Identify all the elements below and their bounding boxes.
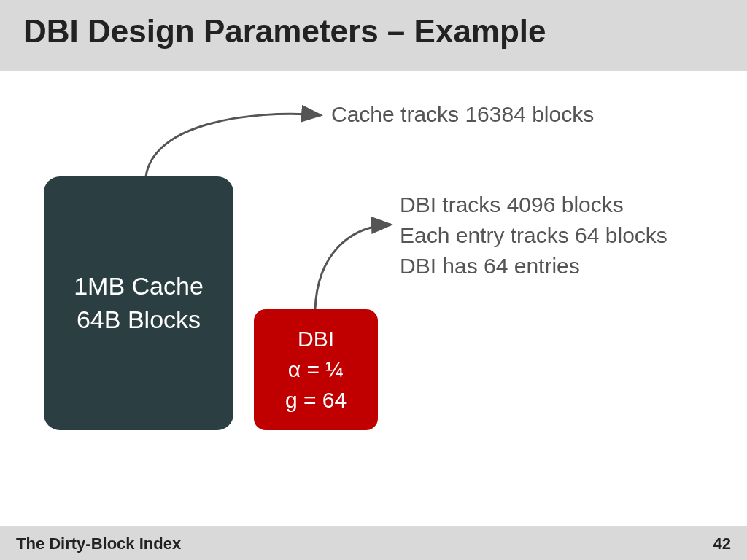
page-number: 42: [713, 534, 731, 553]
cache-line-1: 1MB Cache: [44, 270, 233, 303]
cache-box: 1MB Cache 64B Blocks: [44, 176, 233, 430]
arrow-cache-to-annotation: [146, 114, 321, 176]
footer-title: The Dirty-Block Index: [16, 534, 181, 553]
annotation-entry-tracks: Each entry tracks 64 blocks: [400, 220, 667, 251]
slide: DBI Design Parameters – Example Cache tr…: [0, 0, 747, 560]
cache-line-2: 64B Blocks: [44, 303, 233, 337]
annotation-cache-tracks: Cache tracks 16384 blocks: [331, 102, 594, 127]
footer-bar: The Dirty-Block Index 42: [0, 526, 747, 560]
title-bar: DBI Design Parameters – Example: [0, 0, 747, 71]
dbi-line-2: α = ¼: [254, 354, 378, 385]
dbi-line-3: g = 64: [254, 385, 378, 416]
annotation-dbi-block: DBI tracks 4096 blocks Each entry tracks…: [400, 190, 667, 281]
dbi-box: DBI α = ¼ g = 64: [254, 309, 378, 430]
dbi-line-1: DBI: [254, 324, 378, 354]
annotation-dbi-entries: DBI has 64 entries: [400, 251, 667, 281]
arrow-dbi-to-annotation: [315, 225, 391, 309]
slide-title: DBI Design Parameters – Example: [23, 13, 546, 50]
annotation-dbi-tracks: DBI tracks 4096 blocks: [400, 190, 667, 220]
